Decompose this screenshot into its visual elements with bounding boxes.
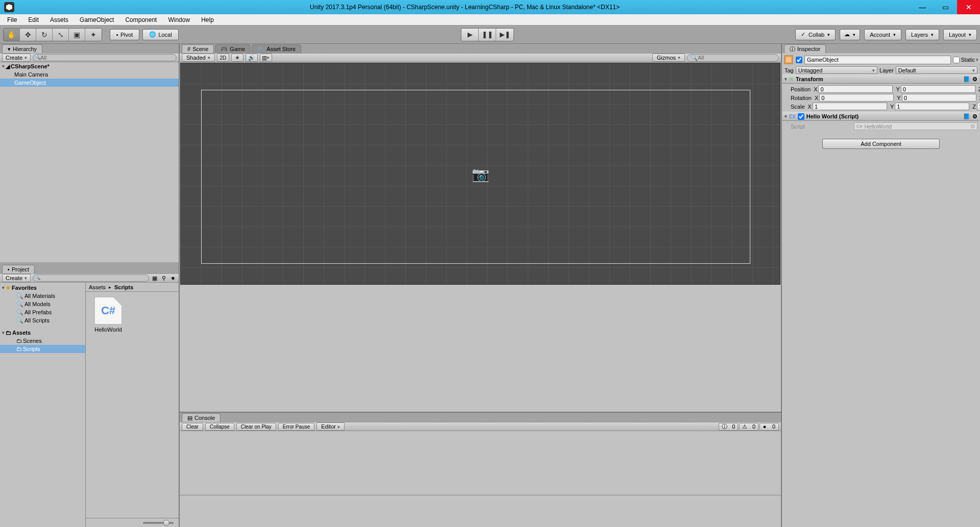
static-toggle[interactable]: Static ▾ <box>953 57 978 63</box>
fx-toggle[interactable]: ▥▾ <box>260 54 272 62</box>
scale-z[interactable] <box>977 103 980 110</box>
scene-view[interactable]: 📷 <box>180 63 780 285</box>
asset-item[interactable]: C# HelloWorld <box>91 297 126 333</box>
help-icon[interactable]: 📘 <box>963 76 970 83</box>
audio-toggle[interactable]: 🔊 <box>246 54 258 62</box>
scale-x[interactable] <box>813 103 887 110</box>
hierarchy-search[interactable]: All <box>33 54 177 61</box>
transform-tool[interactable]: ✦ <box>85 29 102 41</box>
favorite-item[interactable]: 🔍All Models <box>0 300 85 308</box>
favorite-item[interactable]: 🔍All Prefabs <box>0 308 85 316</box>
game-tab[interactable]: 🎮Game <box>215 44 251 53</box>
favorite-item[interactable]: 🔍All Scripts <box>0 316 85 324</box>
hierarchy-item[interactable]: GameObject <box>0 79 179 87</box>
rect-tool[interactable]: ▣ <box>69 29 85 41</box>
project-search[interactable] <box>33 274 149 282</box>
info-count[interactable]: ⓘ0 <box>719 423 738 431</box>
lighting-toggle[interactable]: ☀ <box>231 54 243 62</box>
script-object-field[interactable]: C# HelloWorld ⊙ <box>854 122 977 130</box>
hierarchy-tab[interactable]: ▾Hierarchy <box>2 44 42 53</box>
pause-button[interactable]: ❚❚ <box>479 29 496 41</box>
transform-component-header[interactable]: ▾ ⤧ Transform 📘 ⚙ <box>782 74 979 84</box>
folder-item[interactable]: 🗀 Scripts <box>0 345 85 353</box>
tag-dropdown[interactable]: Untagged▾ <box>796 66 877 74</box>
collab-dropdown[interactable]: ✓Collab <box>795 29 836 40</box>
help-icon[interactable]: 📘 <box>963 113 970 120</box>
breadcrumb-item[interactable]: Scripts <box>114 284 133 290</box>
menu-window[interactable]: Window <box>163 15 195 24</box>
scene-search[interactable]: 🔍All <box>687 54 779 62</box>
hierarchy-item[interactable]: Main Camera <box>0 70 179 79</box>
gizmos-dropdown[interactable]: Gizmos ▾ <box>652 54 685 62</box>
asset-store-tab[interactable]: 🛒Asset Store <box>252 44 301 53</box>
console-tab[interactable]: ▤Console <box>182 413 220 422</box>
project-tab[interactable]: ▪Project <box>2 265 35 273</box>
icon-size-slider[interactable] <box>143 522 174 524</box>
folder-icon: 🗀 <box>16 346 22 352</box>
menu-file[interactable]: File <box>2 15 22 24</box>
move-tool[interactable]: ✥ <box>20 29 36 41</box>
hand-tool[interactable]: ✋ <box>4 29 20 41</box>
layers-dropdown[interactable]: Layers <box>905 29 939 40</box>
inspector-tab[interactable]: ⓘInspector <box>784 44 826 53</box>
gear-icon[interactable]: ⚙ <box>972 76 977 83</box>
console-detail[interactable] <box>180 495 781 527</box>
camera-gizmo-icon[interactable]: 📷 <box>472 165 489 182</box>
script-enabled-checkbox[interactable] <box>798 113 804 120</box>
local-toggle[interactable]: 🌐Local <box>142 29 178 40</box>
favorite-item[interactable]: 🔍All Materials <box>0 292 85 300</box>
menu-assets[interactable]: Assets <box>45 15 74 24</box>
save-search-icon[interactable]: ★ <box>169 274 177 282</box>
menu-gameobject[interactable]: GameObject <box>75 15 119 24</box>
2d-toggle[interactable]: 2D <box>217 54 229 62</box>
chevron-right-icon: ▸ <box>109 285 111 290</box>
step-button[interactable]: ▶❚ <box>496 29 513 41</box>
minimize-button[interactable]: — <box>911 0 934 14</box>
rotation-x[interactable] <box>819 94 894 102</box>
rotation-y[interactable] <box>902 94 976 102</box>
account-dropdown[interactable]: Account <box>864 29 901 40</box>
layer-dropdown[interactable]: Default▾ <box>896 66 977 74</box>
menu-component[interactable]: Component <box>120 15 162 24</box>
collapse-button[interactable]: Collapse <box>205 423 234 431</box>
gameobject-name-field[interactable] <box>804 56 951 64</box>
add-component-button[interactable]: Add Component <box>822 139 940 149</box>
assets-folder[interactable]: ▾🗀 Assets <box>0 329 85 337</box>
script-component-header[interactable]: ▾ C# Hello World (Script) 📘 ⚙ <box>782 112 979 121</box>
scene-tab[interactable]: #Scene <box>182 44 214 53</box>
scale-y[interactable] <box>895 103 969 110</box>
error-pause-button[interactable]: Error Pause <box>278 423 314 431</box>
warn-count[interactable]: ⚠0 <box>739 423 758 431</box>
layout-dropdown[interactable]: Layout <box>943 29 977 40</box>
gameobject-active-checkbox[interactable] <box>796 57 802 63</box>
position-x[interactable] <box>818 85 893 93</box>
console-messages[interactable] <box>180 431 781 495</box>
object-picker-icon[interactable]: ⊙ <box>970 123 975 130</box>
rotate-tool[interactable]: ↻ <box>36 29 53 41</box>
favorites-folder[interactable]: ▾★ Favorites <box>0 284 85 292</box>
gear-icon[interactable]: ⚙ <box>972 113 977 120</box>
search-type-icon[interactable]: ⚲ <box>160 274 167 282</box>
scale-tool[interactable]: ⤡ <box>53 29 69 41</box>
play-button[interactable]: ▶ <box>461 29 479 41</box>
scene-root[interactable]: ▾◢ CSharpScene* <box>0 62 179 70</box>
menu-help[interactable]: Help <box>196 15 219 24</box>
error-count[interactable]: ●0 <box>760 423 779 431</box>
hierarchy-create-dropdown[interactable]: Create ▾ <box>2 54 31 62</box>
pivot-toggle[interactable]: ▪Pivot <box>110 29 139 40</box>
clear-button[interactable]: Clear <box>182 423 203 431</box>
menu-edit[interactable]: Edit <box>23 15 44 24</box>
error-icon: ● <box>763 423 767 430</box>
position-y[interactable] <box>901 85 975 93</box>
maximize-button[interactable]: ▭ <box>934 0 957 14</box>
clear-on-play-button[interactable]: Clear on Play <box>236 423 276 431</box>
shading-mode-dropdown[interactable]: Shaded ▾ <box>182 54 215 62</box>
search-folder-icon[interactable]: ▦ <box>151 274 158 282</box>
close-button[interactable]: ✕ <box>957 0 980 14</box>
editor-dropdown[interactable]: Editor ▾ <box>316 422 345 431</box>
folder-item[interactable]: 🗀 Scenes <box>0 337 85 345</box>
cloud-button[interactable]: ☁ <box>840 29 860 40</box>
breadcrumb-item[interactable]: Assets <box>89 284 106 290</box>
project-create-dropdown[interactable]: Create ▾ <box>2 274 31 282</box>
tag-label: Tag <box>785 67 794 73</box>
